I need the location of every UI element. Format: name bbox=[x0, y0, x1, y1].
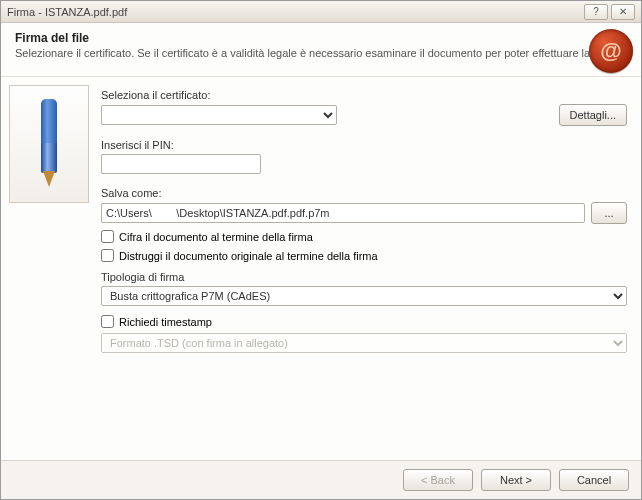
content-area: Seleziona il certificato: Dettagli... In… bbox=[1, 77, 641, 460]
pen-icon bbox=[9, 85, 89, 203]
next-button[interactable]: Next > bbox=[481, 469, 551, 491]
timestamp-label: Richiedi timestamp bbox=[119, 316, 212, 328]
titlebar: Firma - ISTANZA.pdf.pdf ? ✕ bbox=[1, 1, 641, 23]
timestamp-checkbox[interactable] bbox=[101, 315, 114, 328]
wizard-footer: < Back Next > Cancel bbox=[1, 460, 641, 499]
signature-type-label: Tipologia di firma bbox=[101, 271, 627, 283]
window-title: Firma - ISTANZA.pdf.pdf bbox=[7, 6, 581, 18]
dialog-window: Firma - ISTANZA.pdf.pdf ? ✕ Firma del fi… bbox=[0, 0, 642, 500]
timestamp-format-select: Formato .TSD (con firma in allegato) bbox=[101, 333, 627, 353]
certificate-label: Seleziona il certificato: bbox=[101, 89, 627, 101]
encrypt-label: Cifra il documento al termine della firm… bbox=[119, 231, 313, 243]
wizard-header: Firma del file Selezionare il certificat… bbox=[1, 23, 641, 77]
header-subtitle: Selezionare il certificato. Se il certif… bbox=[15, 47, 627, 59]
destroy-original-checkbox[interactable] bbox=[101, 249, 114, 262]
details-button[interactable]: Dettagli... bbox=[559, 104, 627, 126]
signature-type-select[interactable]: Busta crittografica P7M (CAdES) bbox=[101, 286, 627, 306]
destroy-original-label: Distruggi il documento originale al term… bbox=[119, 250, 378, 262]
pin-input[interactable] bbox=[101, 154, 261, 174]
close-button[interactable]: ✕ bbox=[611, 4, 635, 20]
encrypt-checkbox[interactable] bbox=[101, 230, 114, 243]
cancel-button[interactable]: Cancel bbox=[559, 469, 629, 491]
pin-label: Inserisci il PIN: bbox=[101, 139, 627, 151]
header-title: Firma del file bbox=[15, 31, 627, 45]
certificate-select[interactable] bbox=[101, 105, 337, 125]
form-panel: Seleziona il certificato: Dettagli... In… bbox=[101, 85, 627, 452]
browse-button[interactable]: ... bbox=[591, 202, 627, 224]
back-button[interactable]: < Back bbox=[403, 469, 473, 491]
side-image bbox=[9, 85, 91, 452]
save-as-label: Salva come: bbox=[101, 187, 627, 199]
wax-seal-icon: @ bbox=[589, 29, 633, 73]
help-button[interactable]: ? bbox=[584, 4, 608, 20]
save-as-input[interactable] bbox=[101, 203, 585, 223]
